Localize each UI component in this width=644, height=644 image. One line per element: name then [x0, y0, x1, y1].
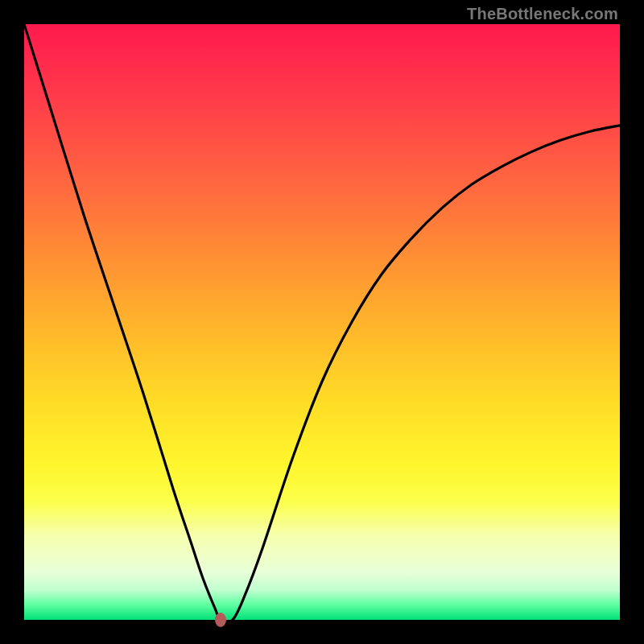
bottleneck-curve	[24, 24, 620, 620]
chart-container: TheBottleneck.com	[0, 0, 644, 644]
optimum-marker	[215, 613, 226, 627]
watermark-text: TheBottleneck.com	[467, 5, 618, 23]
curve-svg	[24, 24, 620, 620]
plot-area	[24, 24, 620, 620]
